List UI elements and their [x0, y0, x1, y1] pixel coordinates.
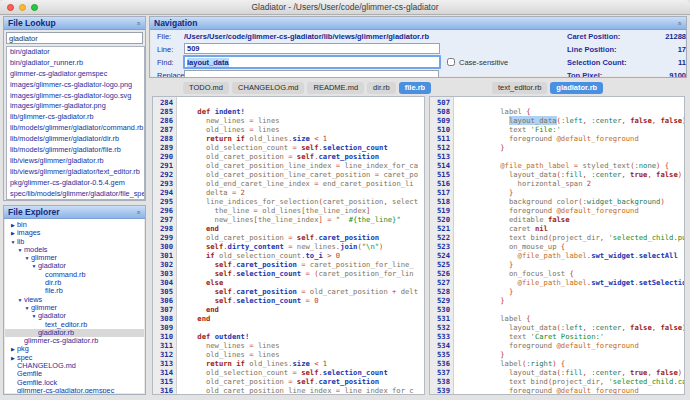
navigation-body: File: /Users/User/code/glimmer-cs-gladia…	[151, 30, 685, 76]
code-line: layout_data(:left, :center, false, false…	[457, 323, 684, 332]
line-number: 533	[430, 332, 450, 341]
file-lookup-item[interactable]: images/glimmer-gladiator.png	[7, 101, 144, 112]
stats-label: Line Position:	[567, 45, 617, 54]
right-editor-code[interactable]: label { layout_data(:left, :center, fals…	[454, 97, 684, 394]
pin-icon[interactable]: »	[136, 21, 143, 25]
line-number: 527	[430, 278, 450, 287]
code-line: new_lines[the_line_index] = " #{the_line…	[180, 215, 424, 224]
file-lookup-item[interactable]: glimmer-cs-gladiator.gemspec	[7, 69, 144, 80]
expanded-arrow-icon[interactable]: ▼	[30, 262, 38, 270]
file-lookup-item[interactable]: bin/gladiator_runner.rb	[7, 58, 144, 69]
code-line: caret nil	[457, 224, 684, 233]
collapsed-arrow-icon[interactable]: ▶	[9, 221, 17, 229]
code-line: label(:right) {	[457, 359, 684, 368]
line-number: 316	[153, 386, 173, 395]
file-lookup-item[interactable]: lib/views/glimmer/gladiator.rb	[7, 156, 144, 167]
tree-item[interactable]: dir.rb	[5, 279, 144, 287]
line-number: 297	[153, 215, 173, 224]
expanded-arrow-icon[interactable]: ▼	[9, 238, 17, 246]
file-lookup-list[interactable]: bin/gladiatorbin/gladiator_runner.rbglim…	[6, 46, 145, 200]
collapsed-arrow-icon[interactable]: ▶	[9, 345, 17, 353]
tree-item[interactable]: ▶images	[5, 229, 144, 237]
file-lookup-item[interactable]: lib/views/glimmer/gladiator/text_editor.…	[7, 167, 144, 178]
tree-item[interactable]: command.rb	[5, 271, 144, 279]
file-explorer-panel: File Explorer » ▶bin▶images▼lib▼models▼g…	[3, 205, 146, 395]
replace-label: Replace:	[157, 71, 187, 78]
file-lookup-item[interactable]: spec/lib/models/glimmer/gladiator/file_s…	[7, 189, 144, 200]
tree-item[interactable]: ▼glimmer	[5, 254, 144, 262]
tree-item[interactable]: ▼views	[5, 296, 144, 304]
line-number: 293	[153, 179, 173, 188]
collapsed-arrow-icon[interactable]: ▶	[9, 229, 17, 237]
line-number: 529	[430, 296, 450, 305]
code-line: def indent!	[180, 107, 424, 116]
code-line: old_lines = lines	[180, 125, 424, 134]
stats-label: Top Pixel:	[567, 71, 602, 78]
tab-README.md[interactable]: README.md	[307, 82, 364, 94]
line-number: 289	[153, 143, 173, 152]
tree-item[interactable]: ▼glimmer	[5, 304, 144, 312]
line-number: 524	[430, 251, 450, 260]
file-path-value[interactable]: /Users/User/code/glimmer-cs-gladiator/li…	[184, 32, 429, 41]
code-line: old_caret_position_line_caret_position =…	[180, 170, 424, 179]
line-number: 525	[430, 260, 450, 269]
find-input[interactable]: layout_data	[183, 55, 441, 69]
tree-item[interactable]: ▼models	[5, 246, 144, 254]
stats-value: 9100	[669, 71, 686, 78]
window-title: Gladiator - /Users/User/code/glimmer-cs-…	[0, 2, 690, 12]
left-editor-code[interactable]: def indent! new_lines = lines old_lines …	[177, 97, 424, 394]
file-lookup-item[interactable]: pkg/glimmer-cs-gladiator-0.5.4.gem	[7, 178, 144, 189]
line-number: 286	[153, 116, 173, 125]
expanded-arrow-icon[interactable]: ▼	[16, 296, 24, 304]
file-explorer-tree[interactable]: ▶bin▶images▼lib▼models▼glimmer▼gladiator…	[5, 219, 144, 393]
tab-CHANGELOG.md[interactable]: CHANGELOG.md	[232, 82, 304, 94]
navigation-title: Navigation	[154, 18, 197, 28]
line-number: 530	[430, 305, 450, 314]
code-line: on_focus_lost {	[457, 269, 684, 278]
code-line: line_indices_for_selection(caret_positio…	[180, 197, 424, 206]
collapsed-arrow-icon[interactable]: ▶	[9, 354, 17, 362]
line-number: 308	[153, 314, 173, 323]
tab-text_editor.rb[interactable]: text_editor.rb	[492, 82, 547, 94]
file-lookup-item[interactable]: bin/gladiator	[7, 47, 144, 58]
expanded-arrow-icon[interactable]: ▼	[16, 246, 24, 254]
code-line: self.caret_position = caret_position_for…	[180, 260, 424, 269]
pin-icon[interactable]: »	[677, 21, 684, 25]
line-number: 528	[430, 287, 450, 296]
line-number: 509	[430, 116, 450, 125]
code-line: foreground @default_foreground	[457, 206, 684, 215]
tree-item-label: file.rb	[45, 287, 63, 295]
tab-gladiator.rb[interactable]: gladiator.rb	[550, 82, 603, 94]
file-lookup-item[interactable]: images/glimmer-cs-gladiator-logo.svg	[7, 91, 144, 102]
expanded-arrow-icon[interactable]: ▼	[23, 254, 31, 262]
line-label: Line:	[157, 45, 173, 54]
code-line: foreground @default_foreground	[457, 341, 684, 350]
line-number: 523	[430, 242, 450, 251]
file-lookup-item[interactable]: lib/models/glimmer/gladiator/command.rb	[7, 123, 144, 134]
code-line: @file_path_label.swt_widget.setSelectio	[457, 278, 684, 287]
file-lookup-item[interactable]: lib/models/glimmer/gladiator/dir.rb	[7, 134, 144, 145]
code-line: text 'Caret Position:'	[457, 332, 684, 341]
tree-item[interactable]: glimmer-cs-gladiator.gemspec	[5, 387, 144, 393]
case-sensitive-checkbox[interactable]	[447, 58, 455, 66]
tab-TODO.md[interactable]: TODO.md	[183, 82, 229, 94]
code-line: old_selection_count = self.selection_cou…	[180, 143, 424, 152]
line-number: 538	[430, 377, 450, 386]
file-lookup-item[interactable]: lib/glimmer-cs-gladiator.rb	[7, 112, 144, 123]
code-line: horizontal_span 2	[457, 179, 684, 188]
expanded-arrow-icon[interactable]: ▼	[23, 304, 31, 312]
code-line: def outdent!	[180, 332, 424, 341]
tab-file.rb[interactable]: file.rb	[399, 82, 431, 94]
file-lookup-title: File Lookup	[8, 18, 56, 28]
pin-icon[interactable]: »	[136, 210, 143, 214]
line-number: 303	[153, 269, 173, 278]
line-number: 512	[430, 143, 450, 152]
replace-input[interactable]	[184, 70, 439, 78]
expanded-arrow-icon[interactable]: ▼	[30, 312, 38, 320]
file-lookup-filter-input[interactable]	[6, 32, 143, 44]
tab-dir.rb[interactable]: dir.rb	[367, 82, 396, 94]
line-input[interactable]	[184, 43, 440, 54]
tree-item[interactable]: text_editor.rb	[5, 321, 144, 329]
file-lookup-item[interactable]: images/glimmer-cs-gladiator-logo.png	[7, 80, 144, 91]
file-lookup-item[interactable]: lib/models/glimmer/gladiator/file.rb	[7, 145, 144, 156]
